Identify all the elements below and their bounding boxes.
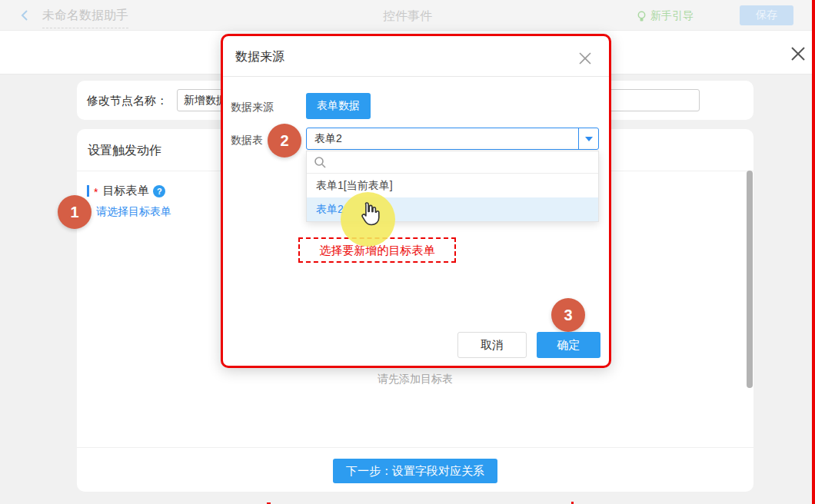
help-question-icon[interactable]: ?: [153, 185, 165, 197]
top-bar: 未命名数据助手 控件事件 新手引导 保存: [0, 0, 815, 31]
data-table-select[interactable]: 表单2: [306, 128, 599, 150]
required-asterisk: *: [94, 186, 98, 198]
source-label: 数据来源: [231, 101, 274, 114]
target-form-field-header: * 目标表单 ?: [87, 184, 165, 198]
caret-down-icon: [585, 137, 593, 141]
guide-label: 新手引导: [650, 9, 694, 23]
divider: [223, 76, 609, 77]
divider: [77, 447, 753, 448]
dropdown-item-form1[interactable]: 表单1[当前表单]: [307, 174, 598, 197]
newbie-guide-link[interactable]: 新手引导: [637, 9, 694, 23]
table-label: 数据表: [231, 134, 263, 148]
node-name-label: 修改节点名称：: [87, 81, 168, 120]
field-accent-bar: [87, 185, 89, 197]
save-button[interactable]: 保存: [740, 5, 793, 25]
confirm-button[interactable]: 确定: [537, 332, 600, 358]
lightbulb-icon: [637, 11, 647, 22]
step-1-badge: 1: [58, 195, 91, 229]
target-form-label: 目标表单: [102, 184, 148, 198]
select-arrow-zone[interactable]: [578, 128, 598, 149]
form-data-button[interactable]: 表单数据: [306, 93, 371, 119]
dialog-title: 数据来源: [235, 49, 284, 65]
hand-cursor-icon: [358, 201, 383, 227]
scrollbar-thumb[interactable]: [747, 171, 753, 388]
app-screen: 未命名数据助手 控件事件 新手引导 保存 修改节点名称： 设置触发动作 * 目标…: [0, 0, 815, 504]
empty-target-hint: 请先添加目标表: [77, 373, 753, 386]
next-step-button[interactable]: 下一步：设置字段对应关系: [333, 459, 497, 483]
section-title: 设置触发动作: [88, 143, 161, 159]
select-value: 表单2: [314, 128, 342, 149]
cancel-button[interactable]: 取消: [457, 332, 527, 358]
step-3-badge: 3: [551, 298, 585, 332]
dropdown-search-input[interactable]: [331, 153, 593, 171]
data-source-dialog: 数据来源 数据来源 表单数据 数据表 表单2 表单1[当前表单] 表单2: [221, 34, 611, 368]
search-icon: [314, 156, 327, 169]
dialog-close-icon[interactable]: [578, 51, 592, 65]
panel-close-icon[interactable]: [789, 45, 807, 63]
dropdown-search-row: [307, 151, 598, 174]
step-2-badge: 2: [268, 124, 301, 158]
select-target-form-link[interactable]: 请选择目标表单: [96, 205, 171, 219]
annotation-red-line: [812, 0, 815, 504]
